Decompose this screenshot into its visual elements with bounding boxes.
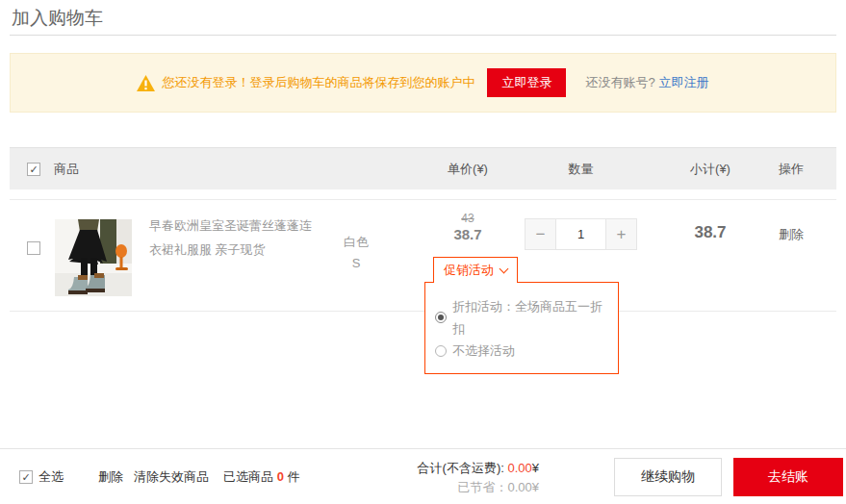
quantity-stepper: − + [525,218,637,250]
delete-item-link[interactable]: 删除 [746,226,836,243]
header-unit-price: 单价(¥) [414,148,522,190]
footer-delete-link[interactable]: 删除 [98,468,123,486]
clear-invalid-link[interactable]: 清除失效商品 [134,468,209,486]
promotion-popup: 折扣活动：全场商品五一折扣 不选择活动 [424,282,619,374]
select-all-label[interactable]: 全选 [38,468,64,486]
product-variant: 白色 S [322,232,390,274]
warning-icon [137,75,155,91]
radio-icon[interactable] [435,345,447,357]
promotion-label: 促销活动 [444,262,494,279]
original-price: 43 [414,211,522,226]
login-now-button[interactable]: 立即登录 [487,68,566,97]
saved-line: 已节省：0.00¥ [404,479,539,496]
select-all-checkbox[interactable]: ✓ [19,470,33,484]
total-line: 合计(不含运费): 0.00¥ [404,460,539,477]
item-checkbox[interactable] [27,241,40,255]
unit-price-cell: 43 38.7 [414,211,522,243]
product-image[interactable] [55,219,132,296]
quantity-input[interactable] [555,219,606,249]
select-all-header-checkbox[interactable]: ✓ [27,163,40,176]
total-value: 0.00 [507,461,531,475]
register-now-link[interactable]: 立即注册 [659,74,709,91]
selected-count-text: 已选商品 0 件 [223,468,299,486]
quantity-decrease-button[interactable]: − [526,219,555,249]
title-divider [10,35,836,36]
login-warning-banner: 您还没有登录！登录后购物车的商品将保存到您的账户中 立即登录 还没有账号? 立即… [10,53,836,113]
header-quantity: 数量 [525,148,637,190]
login-warning-message: 您还没有登录！登录后购物车的商品将保存到您的账户中 [162,74,474,91]
header-product: 商品 [54,148,169,190]
header-action: 操作 [746,148,836,190]
checkout-button[interactable]: 去结账 [733,458,843,496]
cart-item-row: 早春欧洲皇室圣诞蕾丝蓬蓬连 衣裙礼服服 亲子现货 白色 S 43 38.7 − … [10,199,836,312]
quantity-increase-button[interactable]: + [606,219,636,249]
current-price: 38.7 [414,226,522,243]
variant-size: S [322,253,390,274]
selected-count: 0 [277,469,284,484]
promo-option-none[interactable]: 不选择活动 [435,340,608,362]
cart-footer-bar: ✓ 全选 删除 清除失效商品 已选商品 0 件 合计(不含运费): 0.00¥ … [0,448,846,504]
promo-option-discount[interactable]: 折扣活动：全场商品五一折扣 [435,295,608,340]
variant-color: 白色 [322,232,390,253]
saved-value: 0.00¥ [507,480,539,494]
total-currency: ¥ [532,461,539,475]
product-title[interactable]: 早春欧洲皇室圣诞蕾丝蓬蓬连 衣裙礼服服 亲子现货 [149,214,332,262]
page-title: 加入购物车 [12,6,103,31]
no-account-text: 还没有账号? [585,74,654,91]
radio-icon[interactable] [435,312,447,323]
promotion-dropdown-toggle[interactable]: 促销活动 [433,257,518,283]
cart-table-header: ✓ 商品 单价(¥) 数量 小计(¥) 操作 [10,147,836,189]
totals-block: 合计(不含运费): 0.00¥ 已节省：0.00¥ [404,460,539,496]
chevron-down-icon [500,264,509,273]
continue-shopping-button[interactable]: 继续购物 [614,458,722,496]
